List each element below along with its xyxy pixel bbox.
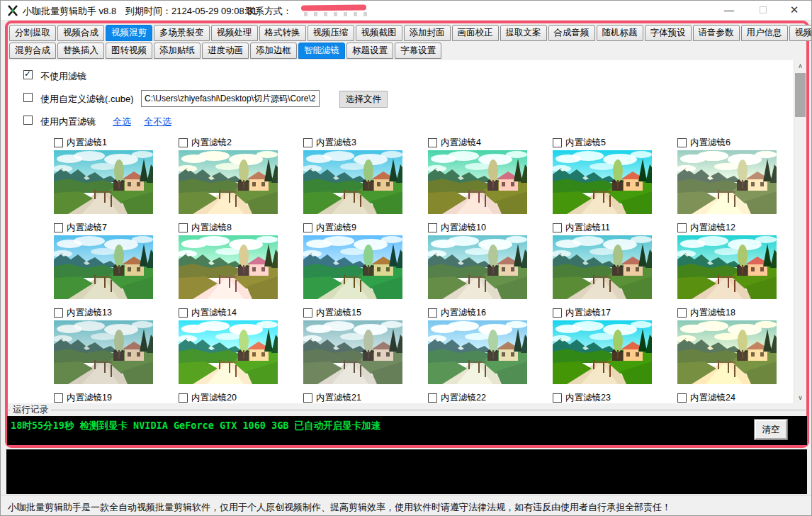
minimize-button[interactable]: — bbox=[718, 1, 740, 21]
filter-checkbox[interactable] bbox=[677, 223, 687, 232]
filter-checkbox[interactable] bbox=[303, 308, 312, 318]
status-bar-text: 小咖批量剪辑助手是一款全自动视频批量剪辑软件，仅用于个人原创视频制作、提高剪辑效… bbox=[8, 501, 671, 514]
filter-checkbox[interactable] bbox=[179, 393, 188, 403]
tab-item[interactable]: 添加封面 bbox=[404, 25, 451, 41]
filter-checkbox[interactable] bbox=[54, 138, 63, 147]
tab-label: 添加贴纸 bbox=[159, 45, 195, 55]
filter-checkbox[interactable] bbox=[303, 393, 312, 403]
filter-checkbox[interactable] bbox=[553, 138, 562, 147]
filter-thumbnail[interactable] bbox=[553, 320, 652, 384]
filter-item: 内置滤镜5 bbox=[553, 137, 652, 214]
scrollbar-up-icon[interactable]: ∧ bbox=[794, 60, 806, 72]
choose-file-button[interactable]: 选择文件 bbox=[339, 91, 388, 108]
tab-item[interactable]: 视频处理 bbox=[211, 25, 258, 41]
custom-filter-path-input[interactable] bbox=[141, 90, 320, 107]
filter-checkbox[interactable] bbox=[553, 308, 562, 318]
tab-item[interactable]: 多场景裂变 bbox=[154, 25, 210, 41]
tab-label: 视频压缩 bbox=[313, 28, 349, 38]
scrollbar-down-icon[interactable]: ∨ bbox=[794, 392, 806, 403]
scrollbar-thumb[interactable] bbox=[795, 73, 806, 117]
filter-item-head: 内置滤镜2 bbox=[179, 137, 278, 149]
tab-label: 用户信息 bbox=[747, 28, 782, 38]
filter-label: 内置滤镜23 bbox=[565, 392, 611, 403]
filter-thumbnail[interactable] bbox=[428, 150, 527, 214]
tab-item[interactable]: 画面校正 bbox=[452, 25, 499, 41]
tab-item[interactable]: 用户信息 bbox=[741, 25, 788, 41]
filter-checkbox[interactable] bbox=[54, 308, 63, 318]
filter-thumbnail[interactable] bbox=[553, 150, 652, 214]
select-all-link[interactable]: 全选 bbox=[113, 116, 131, 128]
tab-item[interactable]: 标题设置 bbox=[346, 43, 393, 59]
filter-checkbox[interactable] bbox=[553, 223, 562, 232]
filter-thumbnail[interactable] bbox=[677, 320, 777, 384]
tab-item[interactable]: 进度动画 bbox=[202, 43, 249, 59]
custom-filter-checkbox[interactable] bbox=[23, 93, 33, 102]
filter-checkbox[interactable] bbox=[179, 138, 188, 147]
no-filter-checkbox[interactable] bbox=[23, 70, 33, 79]
clear-log-button[interactable]: 清空 bbox=[755, 420, 787, 439]
filter-checkbox[interactable] bbox=[303, 138, 312, 147]
filter-checkbox[interactable] bbox=[553, 393, 562, 403]
tab-item[interactable]: 字体预设 bbox=[645, 25, 692, 41]
filter-checkbox[interactable] bbox=[179, 308, 188, 318]
tab-item[interactable]: 视频截图 bbox=[356, 25, 402, 41]
tab-item[interactable]: 合成音频 bbox=[548, 25, 595, 41]
tab-item[interactable]: 视频合成 bbox=[57, 25, 104, 41]
filter-checkbox[interactable] bbox=[428, 308, 437, 318]
filter-thumbnail[interactable] bbox=[303, 320, 402, 384]
filter-thumbnail[interactable] bbox=[303, 150, 402, 214]
tab-item[interactable]: 字幕设置 bbox=[395, 43, 441, 59]
builtin-filter-checkbox[interactable] bbox=[23, 116, 33, 125]
tab-item[interactable]: 智能滤镜 bbox=[298, 43, 345, 59]
tab-item[interactable]: 混剪合成 bbox=[9, 43, 56, 59]
filter-item-head: 内置滤镜23 bbox=[553, 392, 652, 403]
filter-checkbox[interactable] bbox=[428, 223, 437, 232]
filter-label: 内置滤镜10 bbox=[441, 222, 486, 234]
tab-bar-sub: 混剪合成替换插入图转视频添加贴纸进度动画添加边框智能滤镜标题设置字幕设置 bbox=[9, 43, 441, 59]
filter-thumbnail[interactable] bbox=[553, 235, 652, 299]
panel-scrollbar[interactable]: ∧ ∨ bbox=[794, 60, 806, 403]
filter-checkbox[interactable] bbox=[54, 223, 63, 232]
filter-checkbox[interactable] bbox=[428, 138, 437, 147]
filter-label: 内置滤镜15 bbox=[316, 307, 361, 319]
filter-thumbnail[interactable] bbox=[179, 320, 278, 384]
tab-item[interactable]: 添加贴纸 bbox=[154, 43, 201, 59]
tab-item[interactable]: 提取文案 bbox=[500, 25, 547, 41]
select-none-link[interactable]: 全不选 bbox=[144, 116, 171, 128]
tab-item[interactable]: 格式转换 bbox=[259, 25, 306, 41]
filter-checkbox[interactable] bbox=[303, 223, 312, 232]
filter-checkbox[interactable] bbox=[677, 308, 687, 318]
filter-thumbnail[interactable] bbox=[303, 235, 402, 299]
close-button[interactable]: ✕ bbox=[783, 1, 806, 21]
filter-thumbnail[interactable] bbox=[54, 320, 153, 384]
filter-thumbnail[interactable] bbox=[54, 150, 153, 214]
filter-label: 内置滤镜12 bbox=[690, 222, 735, 234]
tab-item[interactable]: 视频压缩 bbox=[308, 25, 354, 41]
filter-checkbox[interactable] bbox=[179, 223, 188, 232]
tab-item[interactable]: 替换插入 bbox=[57, 43, 104, 59]
filter-thumbnail[interactable] bbox=[179, 235, 278, 299]
filter-label: 内置滤镜3 bbox=[316, 137, 356, 149]
filter-thumbnail[interactable] bbox=[54, 235, 153, 299]
filter-thumbnail[interactable] bbox=[677, 235, 777, 299]
tab-label: 格式转换 bbox=[265, 28, 300, 38]
filter-thumbnail[interactable] bbox=[428, 320, 527, 384]
filter-thumbnail[interactable] bbox=[179, 150, 278, 214]
tab-item[interactable]: 视频教程 bbox=[789, 25, 812, 41]
tab-item[interactable]: 语音参数 bbox=[693, 25, 740, 41]
tab-item[interactable]: 添加边框 bbox=[250, 43, 297, 59]
filter-checkbox[interactable] bbox=[54, 393, 63, 403]
tab-item[interactable]: 分割提取 bbox=[9, 25, 56, 41]
tab-label: 视频教程 bbox=[795, 28, 812, 38]
filter-checkbox[interactable] bbox=[677, 393, 687, 403]
tab-item[interactable]: 视频混剪 bbox=[106, 25, 152, 41]
tab-item[interactable]: 随机标题 bbox=[597, 25, 643, 41]
filter-label: 内置滤镜17 bbox=[565, 307, 611, 319]
filter-checkbox[interactable] bbox=[677, 138, 687, 147]
filter-checkbox[interactable] bbox=[428, 393, 437, 403]
tab-label: 提取文案 bbox=[506, 28, 541, 38]
filter-thumbnail[interactable] bbox=[677, 150, 777, 214]
tab-item[interactable]: 图转视频 bbox=[106, 43, 152, 59]
filter-item: 内置滤镜19 bbox=[54, 392, 153, 403]
filter-thumbnail[interactable] bbox=[428, 235, 527, 299]
